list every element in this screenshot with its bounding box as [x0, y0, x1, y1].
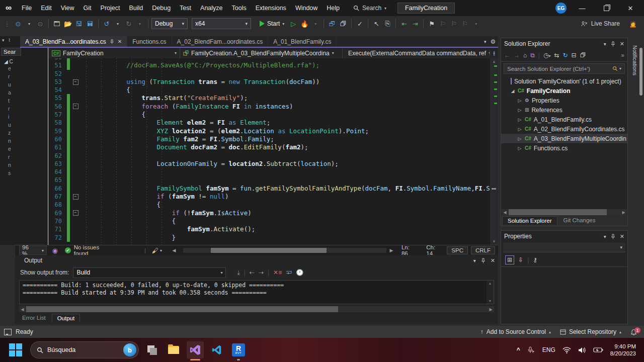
- spell-check-button[interactable]: ✓: [355, 18, 365, 29]
- close-solution-explorer-icon[interactable]: ✕: [620, 41, 624, 47]
- code-line[interactable]: 67− if (famSym != null): [49, 193, 490, 201]
- open-file-button[interactable]: 📂: [63, 18, 73, 29]
- vscode-taskbar-button[interactable]: [208, 341, 225, 358]
- tray-overflow-chevron[interactable]: ^: [517, 346, 520, 353]
- code-suggestion-icon[interactable]: ◉: [50, 245, 60, 256]
- menu-git[interactable]: Git: [79, 0, 96, 16]
- menu-tools[interactable]: Tools: [227, 0, 251, 16]
- code-line[interactable]: 72 }: [49, 234, 490, 242]
- navigate-forward-button[interactable]: ⊙: [35, 18, 45, 29]
- live-share-button[interactable]: Live Share: [581, 20, 627, 27]
- tab-close-icon[interactable]: ✕: [118, 39, 122, 44]
- tree-item[interactable]: Solution 'FamilyCreation' (1 of 1 projec…: [501, 76, 627, 86]
- bookmark-dropdown[interactable]: ▾: [471, 18, 481, 29]
- se-forward-icon[interactable]: →: [514, 52, 520, 59]
- output-hscroll-left-icon[interactable]: ◀: [19, 306, 26, 312]
- navigate-back-dropdown[interactable]: ▾: [24, 18, 34, 29]
- tree-item[interactable]: ▷C#A_02_BlendFamilyCoordinates.cs: [501, 124, 627, 134]
- code-line[interactable]: 54 {: [49, 86, 490, 94]
- se-hscroll-left-icon[interactable]: ◀: [502, 209, 508, 215]
- visual-studio-taskbar-button[interactable]: [187, 341, 204, 358]
- output-hscroll-right-icon[interactable]: ▶: [488, 306, 494, 312]
- tree-item[interactable]: ▷⚙Properties: [501, 96, 627, 105]
- pin-icon[interactable]: [611, 234, 615, 239]
- fold-collapse-icon[interactable]: −: [73, 79, 78, 85]
- tree-item[interactable]: ▷C#Functions.cs: [501, 143, 627, 153]
- tree-item[interactable]: ◢C#FamilyCreation: [501, 86, 627, 96]
- tool-window-tab[interactable]: Git Changes: [558, 216, 601, 225]
- scroll-up-icon[interactable]: ▲: [490, 59, 498, 64]
- code-line[interactable]: 53− using (Transaction trans = new Trans…: [49, 78, 490, 86]
- code-line[interactable]: 61 Document docFam2 = doc.EditFamily(fam…: [49, 143, 490, 151]
- edge-scrollbar[interactable]: [639, 48, 642, 96]
- add-to-source-control-button[interactable]: ↑ Add to Source Control ▴: [480, 328, 551, 335]
- properties-object-dropdown[interactable]: ▾: [503, 243, 625, 252]
- undo-dropdown[interactable]: ▾: [113, 18, 123, 29]
- clock[interactable]: 9:40 PM 8/20/2023: [610, 343, 636, 357]
- solution-platform-dropdown[interactable]: x64▾: [192, 18, 251, 29]
- next-bookmark-button[interactable]: ⚐: [449, 18, 459, 29]
- output-text-area[interactable]: ========== Build: 1 succeeded, 0 failed,…: [19, 280, 494, 304]
- indent-decrease-button[interactable]: ⇤: [399, 18, 409, 29]
- editor-horizontal-scrollbar[interactable]: [183, 248, 386, 253]
- menu-help[interactable]: Help: [322, 0, 344, 16]
- pin-icon[interactable]: [611, 41, 615, 47]
- account-avatar[interactable]: EG: [555, 3, 567, 14]
- find-in-files-button[interactable]: 🗗: [327, 18, 337, 29]
- volume-icon[interactable]: [578, 347, 586, 353]
- timestamp-clock-icon[interactable]: 🕐: [296, 269, 303, 276]
- editor-zoom-dropdown[interactable]: 96 %▾: [19, 246, 47, 255]
- menu-analyze[interactable]: Analyze: [196, 0, 227, 16]
- left-panel-dropdown-icon[interactable]: ▾: [2, 38, 5, 45]
- code-line[interactable]: 62: [49, 152, 490, 160]
- code-line[interactable]: 66 FamilySymbol famSym = fun.getFamilySy…: [49, 185, 490, 193]
- fold-margin[interactable]: −: [70, 104, 81, 109]
- editor-settings-gear-icon[interactable]: ⚙: [491, 38, 496, 45]
- document-tab[interactable]: A_03_BlendFa...oordinates.cs✕: [20, 36, 127, 47]
- hscroll-left-icon[interactable]: ◀: [169, 245, 179, 256]
- pending-changes-filter-icon[interactable]: ◷▾: [543, 52, 551, 59]
- notifications-bell-button[interactable]: 1: [630, 328, 637, 335]
- code-line[interactable]: 59 XYZ location2 = (elem2.Location as Lo…: [49, 127, 490, 135]
- tree-collapsed-arrow-icon[interactable]: ▷: [517, 127, 522, 132]
- close-output-icon[interactable]: ✕: [491, 257, 495, 264]
- code-line[interactable]: 71 famSym.Activate();: [49, 225, 490, 233]
- pin-icon[interactable]: [481, 258, 486, 263]
- navigate-symbol-button[interactable]: ⎘: [382, 18, 392, 29]
- cursor-tool-button[interactable]: ↖: [371, 18, 381, 29]
- project-dropdown[interactable]: C# FamilyCreation▾: [49, 48, 180, 58]
- tool-window-tab[interactable]: Error List: [17, 314, 51, 322]
- goto-message-icon[interactable]: ⤓: [237, 269, 239, 276]
- sync-with-active-document-icon[interactable]: ⧉: [530, 52, 535, 59]
- menu-window[interactable]: Window: [291, 0, 322, 16]
- prop-window-dropdown-icon[interactable]: ▾: [604, 234, 606, 239]
- tool-window-tab[interactable]: Output: [52, 314, 80, 322]
- se-horizontal-scrollbar[interactable]: ◀ ▶: [502, 209, 627, 215]
- code-line[interactable]: 55 trans.Start("CreateFamily");: [49, 94, 490, 102]
- restore-button[interactable]: [598, 1, 615, 15]
- menu-debug[interactable]: Debug: [147, 0, 175, 16]
- clear-all-output-icon[interactable]: ✕≡: [273, 269, 282, 276]
- navigate-back-button[interactable]: ⊙: [13, 18, 23, 29]
- next-message-icon[interactable]: ⇢: [259, 269, 264, 276]
- code-cleanup-dropdown[interactable]: ▾: [160, 248, 162, 253]
- start-debugging-button[interactable]: Start▾: [256, 20, 287, 27]
- menu-test[interactable]: Test: [175, 0, 196, 16]
- clear-bookmarks-button[interactable]: ⚐: [460, 18, 470, 29]
- tree-collapsed-arrow-icon[interactable]: ▷: [517, 136, 522, 141]
- code-line[interactable]: 52: [49, 70, 490, 78]
- task-view-button[interactable]: [143, 341, 160, 358]
- redo-button[interactable]: ↻: [124, 18, 134, 29]
- tree-collapsed-arrow-icon[interactable]: ▷: [517, 98, 522, 103]
- fold-margin[interactable]: −: [70, 79, 81, 85]
- fold-collapse-icon[interactable]: −: [73, 210, 78, 216]
- solution-configuration-dropdown[interactable]: Debug▾: [151, 18, 188, 29]
- fold-collapse-icon[interactable]: −: [73, 104, 78, 109]
- property-pages-key-icon[interactable]: ⚷: [533, 256, 537, 263]
- toggle-bookmark-button[interactable]: ⚑: [427, 18, 437, 29]
- code-line[interactable]: 68 {: [49, 201, 490, 209]
- file-explorer-button[interactable]: [165, 341, 182, 358]
- fold-collapse-icon[interactable]: −: [73, 194, 78, 200]
- output-horizontal-scrollbar[interactable]: ◀ ▶: [19, 306, 494, 312]
- split-editor-button[interactable]: ⫲: [490, 50, 498, 56]
